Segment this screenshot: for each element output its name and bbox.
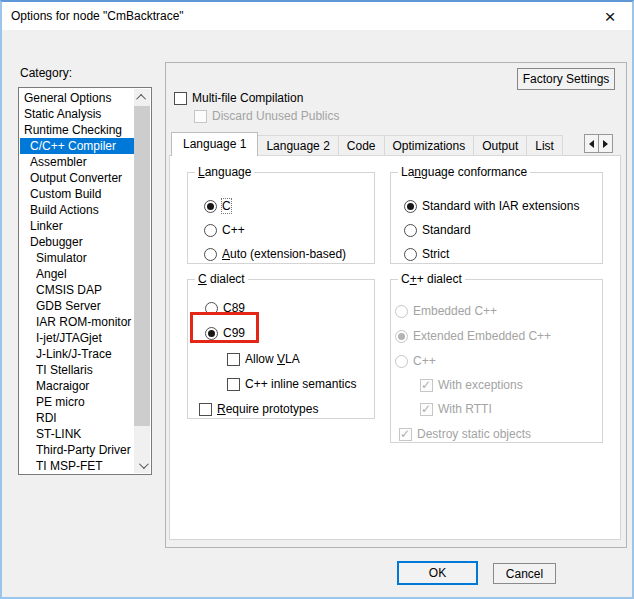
checkbox-destroy-static-objects-label: Destroy static objects — [417, 427, 531, 441]
discard-unused-publics-checkbox: Discard Unused Publics — [194, 109, 339, 123]
radio-cpp: C++ — [395, 354, 436, 368]
close-icon: × — [604, 7, 615, 26]
tab-list[interactable]: List — [526, 135, 563, 156]
radio-icon — [404, 248, 417, 261]
category-item-cmsis-dap[interactable]: CMSIS DAP — [20, 282, 134, 298]
tab-optimizations[interactable]: Optimizations — [384, 135, 475, 156]
category-item-j-link-j-trace[interactable]: J-Link/J-Trace — [20, 346, 134, 362]
radio-standard-with-iar-extensions[interactable]: Standard with IAR extensions — [404, 199, 579, 213]
checkbox-destroy-static-objects: Destroy static objects — [399, 427, 531, 441]
radio-standard[interactable]: Standard — [404, 223, 471, 237]
language-conformance-group-title: Language conformance — [398, 166, 530, 179]
category-item-assembler[interactable]: Assembler — [20, 154, 134, 170]
checkbox-icon — [227, 378, 240, 391]
scroll-up-icon[interactable] — [134, 89, 150, 105]
dialog-title: Options for node "CmBacktrace" — [11, 9, 184, 23]
checkbox-allow-vla-label: Allow VLA — [245, 352, 300, 366]
cancel-button[interactable]: Cancel — [493, 563, 556, 584]
checkbox-icon — [399, 428, 412, 441]
checkbox-cpp-inline-semantics-label: C++ inline semantics — [245, 377, 356, 391]
category-item-angel[interactable]: Angel — [20, 266, 134, 282]
radio-language-cpp-label: C++ — [222, 223, 245, 237]
radio-extended-embedded-cpp: Extended Embedded C++ — [395, 329, 551, 343]
checkbox-cpp-inline-semantics[interactable]: C++ inline semantics — [227, 377, 356, 391]
checkbox-icon — [420, 403, 433, 416]
tab-scroll-right-icon[interactable] — [598, 134, 613, 153]
radio-strict[interactable]: Strict — [404, 247, 449, 261]
checkbox-with-rtti-label: With RTTI — [438, 402, 492, 416]
checkbox-icon — [199, 403, 212, 416]
category-item-rdi[interactable]: RDI — [20, 410, 134, 426]
multi-file-compilation-label: Multi-file Compilation — [192, 91, 303, 105]
radio-extended-embedded-cpp-label: Extended Embedded C++ — [413, 329, 551, 343]
scroll-down-icon[interactable] — [134, 457, 150, 473]
radio-language-auto[interactable]: Auto (extension-based) — [204, 247, 346, 261]
tab-code[interactable]: Code — [338, 135, 385, 156]
radio-c89[interactable]: C89 — [205, 301, 245, 315]
scrollbar-thumb[interactable] — [134, 106, 150, 426]
category-item-linker[interactable]: Linker — [20, 218, 134, 234]
language-group: Language C C++ Auto (extension-based) — [187, 172, 375, 264]
category-item-custom-build[interactable]: Custom Build — [20, 186, 134, 202]
category-item-third-party-driver[interactable]: Third-Party Driver — [20, 442, 134, 458]
radio-icon — [395, 355, 408, 368]
radio-language-cpp[interactable]: C++ — [204, 223, 245, 237]
language-conformance-group: Language conformance Standard with IAR e… — [390, 172, 603, 264]
checkbox-allow-vla[interactable]: Allow VLA — [227, 352, 300, 366]
checkbox-require-prototypes[interactable]: Require prototypes — [199, 402, 318, 416]
radio-language-c[interactable]: C — [204, 199, 231, 213]
checkbox-icon — [420, 379, 433, 392]
radio-c89-label: C89 — [223, 301, 245, 315]
radio-standard-with-iar-extensions-label: Standard with IAR extensions — [422, 199, 579, 213]
category-item-build-actions[interactable]: Build Actions — [20, 202, 134, 218]
category-item-macraigor[interactable]: Macraigor — [20, 378, 134, 394]
category-item-simulator[interactable]: Simulator — [20, 250, 134, 266]
ok-button[interactable]: OK — [397, 561, 478, 585]
factory-settings-button[interactable]: Factory Settings — [517, 68, 615, 90]
category-item-i-jet-jtagjet[interactable]: I-jet/JTAGjet — [20, 330, 134, 346]
tab-language-2[interactable]: Language 2 — [257, 135, 338, 156]
radio-language-auto-label: Auto (extension-based) — [222, 247, 346, 261]
category-item-ti-msp-fet[interactable]: TI MSP-FET — [20, 458, 134, 474]
radio-icon — [404, 224, 417, 237]
category-scrollbar[interactable] — [134, 89, 150, 473]
tab-output[interactable]: Output — [473, 135, 527, 156]
radio-icon — [205, 327, 218, 340]
checkbox-with-rtti: With RTTI — [420, 402, 492, 416]
tab-scroll-left-icon[interactable] — [584, 134, 599, 153]
checkbox-icon — [174, 92, 187, 105]
category-item-iar-rom-monitor[interactable]: IAR ROM-monitor — [20, 314, 134, 330]
radio-icon — [204, 224, 217, 237]
category-item-ccpp-compiler[interactable]: C/C++ Compiler — [20, 138, 134, 154]
c-dialect-group-title: C dialect — [195, 273, 248, 286]
category-item-runtime-checking[interactable]: Runtime Checking — [20, 122, 134, 138]
category-item-pe-micro[interactable]: PE micro — [20, 394, 134, 410]
discard-unused-publics-label: Discard Unused Publics — [212, 109, 339, 123]
category-listbox: General Options Static Analysis Runtime … — [18, 87, 152, 475]
category-item-static-analysis[interactable]: Static Analysis — [20, 106, 134, 122]
factory-settings-label: Factory Settings — [523, 72, 610, 86]
radio-icon — [395, 305, 408, 318]
radio-embedded-cpp-label: Embedded C++ — [413, 304, 497, 318]
tab-language-1[interactable]: Language 1 — [171, 132, 258, 156]
category-item-gdb-server[interactable]: GDB Server — [20, 298, 134, 314]
category-item-ti-stellaris[interactable]: TI Stellaris — [20, 362, 134, 378]
radio-c99[interactable]: C99 — [205, 326, 245, 340]
category-item-st-link[interactable]: ST-LINK — [20, 426, 134, 442]
category-label: Category: — [20, 66, 72, 80]
checkbox-with-exceptions-label: With exceptions — [438, 378, 523, 392]
close-button[interactable]: × — [594, 2, 626, 30]
multi-file-compilation-checkbox[interactable]: Multi-file Compilation — [174, 91, 303, 105]
radio-icon — [395, 330, 408, 343]
radio-language-c-label: C — [222, 199, 231, 213]
category-item-general-options[interactable]: General Options — [20, 90, 134, 106]
radio-icon — [404, 200, 417, 213]
cpp-dialect-group-title: C++ dialect — [398, 273, 465, 286]
language-group-title: Language — [195, 166, 254, 179]
ok-button-label: OK — [429, 566, 446, 580]
cancel-button-label: Cancel — [506, 567, 543, 581]
category-item-debugger[interactable]: Debugger — [20, 234, 134, 250]
category-item-output-converter[interactable]: Output Converter — [20, 170, 134, 186]
checkbox-icon — [227, 353, 240, 366]
options-dialog: Options for node "CmBacktrace" × Categor… — [0, 0, 634, 599]
